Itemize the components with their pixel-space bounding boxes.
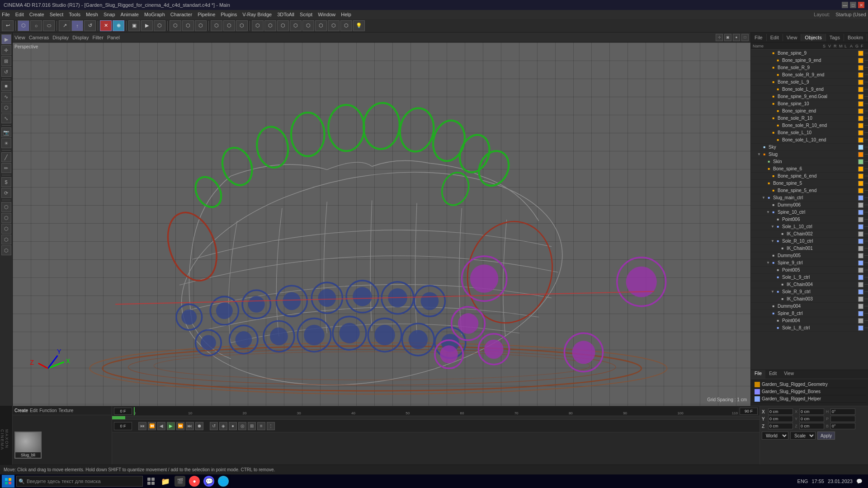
viewport-tab-panel[interactable]: Panel (107, 35, 120, 40)
tree-item[interactable]: ■Bone_sole_R_9_end⋯ (751, 71, 868, 79)
draw-line[interactable]: ╱ (1, 152, 11, 162)
start-frame-input[interactable] (114, 408, 132, 415)
tree-item[interactable]: ■IK_Chain002⋯ (751, 230, 868, 238)
display1-button[interactable]: ⬡ (252, 20, 264, 31)
minimize-button[interactable]: — (842, 2, 848, 8)
point-mode-button[interactable]: ⬡ (170, 20, 181, 31)
right-tab-bookm[interactable]: Bookm (844, 34, 867, 41)
display5-button[interactable]: ⬡ (302, 20, 314, 31)
z-position-input[interactable] (768, 423, 793, 429)
nurbs-tool[interactable]: ⬡ (1, 103, 11, 113)
record-button[interactable]: ⏺ (195, 422, 203, 430)
rb-tab-view[interactable]: View (780, 370, 797, 379)
extra-tool-1[interactable]: ⬡ (1, 202, 11, 212)
tree-item[interactable]: ▼■Slug_main_ctrl⋯ (751, 194, 868, 202)
notification-icon[interactable]: 💬 (856, 479, 863, 484)
tree-item[interactable]: ■Skin⋯ (751, 158, 868, 165)
magnet-tool[interactable]: $ (1, 177, 11, 187)
bottom-object-row[interactable]: Garden_Slug_Rigged_Geometry (753, 381, 866, 388)
x-position-input[interactable] (768, 408, 793, 415)
viewport-icon-record[interactable]: ● (733, 34, 740, 41)
task-view-button[interactable] (145, 475, 157, 488)
display9-button[interactable]: 💡 (353, 20, 365, 31)
mat-tab-create[interactable]: Create (14, 408, 28, 413)
undo-button[interactable]: ↩ (2, 20, 14, 31)
viewport-tab-cameras[interactable]: Cameras (29, 35, 49, 40)
menu-file[interactable]: File (2, 12, 10, 17)
tree-item[interactable]: ■Bone_sole_L_9⋯ (751, 79, 868, 86)
menu-3dtoall[interactable]: 3DToAll (277, 12, 294, 17)
rb-tab-edit[interactable]: Edit (765, 370, 780, 379)
snap-button[interactable]: ⬡ (211, 20, 222, 31)
display7-button[interactable]: ⬡ (328, 20, 340, 31)
close-button[interactable]: ✕ (858, 2, 864, 8)
go-end-button[interactable]: ⏭ (186, 422, 194, 430)
menu-mesh[interactable]: Mesh (86, 12, 98, 17)
tree-item[interactable]: ■Bone_spine_5_end⋯ (751, 187, 868, 194)
go-start-button[interactable]: ⏮ (138, 422, 146, 430)
b-rot-input[interactable] (830, 423, 855, 429)
tree-item[interactable]: ▼■Spine_10_ctrl⋯ (751, 209, 868, 216)
y-size-input[interactable] (799, 416, 824, 422)
viewport-tab-view[interactable]: View (14, 35, 25, 40)
move-tool-button[interactable]: ↗ (59, 20, 71, 31)
tree-item[interactable]: ▼■Sole_L_10_ctrl⋯ (751, 223, 868, 230)
tree-item[interactable]: ■Dummy006⋯ (751, 202, 868, 209)
tree-item[interactable]: ■Sky⋯ (751, 144, 868, 151)
menu-create[interactable]: Create (29, 12, 44, 17)
scale-tool[interactable]: ⊞ (1, 56, 11, 66)
display4-button[interactable]: ⬡ (290, 20, 302, 31)
menu-animate[interactable]: Animate (121, 12, 139, 17)
tree-item[interactable]: ■Bone_sole_R_10⋯ (751, 115, 868, 122)
taskbar-app-2[interactable]: ● (188, 475, 201, 488)
select-y-button[interactable]: ⊕ (113, 20, 124, 31)
rb-tab-file[interactable]: File (751, 370, 765, 379)
tree-item[interactable]: ■IK_Chain003⋯ (751, 296, 868, 303)
tree-item[interactable]: ■Point004⋯ (751, 317, 868, 324)
tree-item[interactable]: ■Bone_sole_R_10_end⋯ (751, 122, 868, 129)
edge-mode-button[interactable]: ⬡ (182, 20, 194, 31)
menu-tools[interactable]: Tools (69, 12, 80, 17)
extra-tool-3[interactable]: ⬡ (1, 224, 11, 234)
menu-edit[interactable]: Edit (15, 12, 24, 17)
render-active-button[interactable]: ▶ (141, 20, 153, 31)
extra-tool-4[interactable]: ⬡ (1, 235, 11, 244)
world-dropdown[interactable]: World Object (762, 432, 788, 440)
maximize-button[interactable]: □ (850, 2, 856, 8)
edit-mode-button[interactable]: ○ (30, 20, 42, 31)
model-mode-button[interactable]: ⬡ (18, 20, 29, 31)
y-position-input[interactable] (768, 416, 793, 422)
tree-item[interactable]: ■Point005⋯ (751, 267, 868, 274)
menu-help[interactable]: Help (341, 12, 351, 17)
taskbar-file-explorer[interactable]: 📁 (159, 475, 172, 488)
tree-item[interactable]: ■Bone_spine_5⋯ (751, 180, 868, 187)
viewport-icon-layout[interactable]: ▣ (724, 34, 731, 41)
scale-dropdown[interactable]: Scale (790, 432, 816, 440)
right-tab-objects[interactable]: Objects (801, 34, 826, 41)
apply-button[interactable]: Apply (817, 432, 835, 440)
extra-tool-2[interactable]: ⬡ (1, 213, 11, 223)
menu-script[interactable]: Script (300, 12, 312, 17)
marker-button[interactable]: ◈ (219, 422, 227, 430)
tree-item[interactable]: ■Point006⋯ (751, 216, 868, 223)
tree-item[interactable]: ■Bone_spine_6_end⋯ (751, 173, 868, 180)
cube-tool[interactable]: ■ (1, 81, 11, 91)
tree-item[interactable]: ■Bone_sole_L_9_end⋯ (751, 86, 868, 93)
timeline-list-button[interactable]: ≡ (257, 422, 265, 430)
viewport-tab-display2[interactable]: Display (72, 35, 89, 40)
menu-snap[interactable]: Snap (104, 12, 115, 17)
menu-vray[interactable]: V-Ray Bridge (242, 12, 272, 17)
light-tool[interactable]: ☀ (1, 138, 11, 148)
tree-item[interactable]: ■Bone_spine_9_end.Goal⋯ (751, 93, 868, 100)
snap3-button[interactable]: ⬡ (236, 20, 248, 31)
right-tab-edit[interactable]: Edit (767, 34, 783, 41)
twist-tool[interactable]: ⟳ (1, 188, 11, 198)
tree-item[interactable]: ■Bone_spine_10⋯ (751, 100, 868, 108)
tree-item[interactable]: ■Sole_L_8_ctrl⋯ (751, 324, 868, 332)
selection-tool[interactable]: ▶ (1, 34, 11, 44)
snap2-button[interactable]: ⬡ (223, 20, 235, 31)
right-tab-view[interactable]: View (783, 34, 802, 41)
tree-item[interactable]: ▼■Sole_R_10_ctrl⋯ (751, 238, 868, 245)
loop-button[interactable]: ↺ (210, 422, 218, 430)
move-tool[interactable]: ✛ (1, 45, 11, 55)
